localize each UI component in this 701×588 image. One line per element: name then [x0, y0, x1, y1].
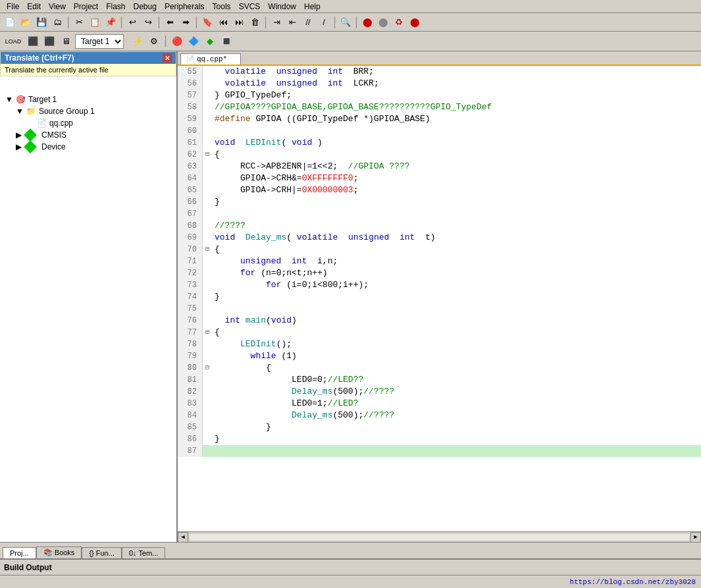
line-content-63[interactable]: RCC->APB2ENR|=1<<2; //GPIOA ???? — [212, 161, 701, 173]
bottom-tab-proj[interactable]: Proj... — [3, 547, 36, 558]
save-btn[interactable]: 💾 — [34, 15, 49, 30]
line-content-72[interactable]: for (n=0;n<t;n++) — [212, 267, 701, 279]
build-all-btn[interactable]: ⬤ — [360, 15, 375, 30]
tree-item-qqcpp[interactable]: 📄 qq.cpp — [24, 117, 174, 129]
collapse-70[interactable]: ⊟ — [203, 244, 212, 255]
clear-bookmark-btn[interactable]: 🗑 — [247, 15, 262, 30]
line-content-84[interactable]: Delay_ms(500);//???? — [212, 410, 701, 421]
indent-btn[interactable]: ⇥ — [269, 15, 284, 30]
t2-btn[interactable]: ⬛ — [42, 34, 57, 49]
save-all-btn[interactable]: 🗂 — [50, 15, 65, 30]
line-content-75[interactable] — [212, 303, 701, 315]
prev-bookmark-btn[interactable]: ⏮ — [216, 15, 230, 30]
line-content-65[interactable]: GPIOA->CRH|=0X00000003; — [212, 184, 701, 196]
line-content-86[interactable]: } — [212, 433, 701, 445]
find-btn[interactable]: 🔍 — [338, 15, 353, 30]
forward-btn[interactable]: ➡ — [178, 15, 193, 30]
options-btn[interactable]: ⚙ — [147, 34, 161, 49]
line-content-62[interactable]: { — [212, 149, 701, 161]
bottom-tab-tem[interactable]: 0↓ Tem... — [122, 547, 165, 558]
line-content-81[interactable]: LED0=0;//LED?? — [212, 374, 701, 386]
translate-btn[interactable]: 🔷 — [186, 34, 201, 49]
menu-view[interactable]: View — [45, 1, 70, 13]
open-btn[interactable]: 📂 — [18, 15, 33, 30]
line-content-76[interactable]: int main(void) — [212, 315, 701, 327]
line-content-85[interactable]: } — [212, 421, 701, 433]
bottom-tab-books[interactable]: 📚 Books — [36, 547, 82, 558]
line-content-79[interactable]: while (1) — [212, 350, 701, 362]
line-content-83[interactable]: LED0=1;//LED? — [212, 398, 701, 410]
tree-item-cmsis[interactable]: ▶ CMSIS — [13, 129, 174, 141]
menu-help[interactable]: Help — [300, 1, 325, 13]
copy-btn[interactable]: 📋 — [88, 15, 102, 30]
line-content-87[interactable] — [212, 445, 701, 457]
menu-flash[interactable]: Flash — [102, 1, 129, 13]
collapse-77[interactable]: ⊟ — [203, 327, 212, 338]
line-content-67[interactable] — [212, 208, 701, 220]
uncomment-btn[interactable]: / — [317, 15, 331, 30]
tree-item-source-group[interactable]: ▼ 📁 Source Group 1 — [13, 105, 174, 117]
undo-btn[interactable]: ↩ — [125, 15, 140, 30]
menu-tools[interactable]: Tools — [209, 1, 235, 13]
menu-peripherals[interactable]: Peripherals — [161, 1, 209, 13]
menu-debug[interactable]: Debug — [130, 1, 161, 13]
collapse-62[interactable]: ⊟ — [203, 149, 212, 161]
unindent-btn[interactable]: ⇤ — [285, 15, 299, 30]
debug-session-btn[interactable]: 🔳 — [219, 34, 234, 49]
hscrollbar[interactable]: ◀ ▶ — [178, 531, 701, 542]
line-content-77[interactable]: { — [212, 327, 701, 338]
line-content-64[interactable]: GPIOA->CRH&=0XFFFFFFF0; — [212, 173, 701, 184]
line-content-61[interactable]: void LEDInit( void ) — [212, 137, 701, 149]
tooltip-close-btn[interactable]: ✕ — [163, 53, 172, 63]
tab-qqcpp[interactable]: 📄 qq.cpp* — [180, 53, 241, 65]
stop-btn[interactable]: ⬤ — [376, 15, 390, 30]
line-content-68[interactable]: //???? — [212, 220, 701, 232]
code-editor[interactable]: 55 volatile unsigned int BRR; 56 volatil… — [178, 66, 701, 531]
line-content-70[interactable]: { — [212, 244, 701, 255]
menu-svcs[interactable]: SVCS — [235, 1, 265, 13]
line-content-80[interactable]: { — [212, 362, 701, 374]
line-content-56[interactable]: volatile unsigned int LCKR; — [212, 78, 701, 90]
menu-file[interactable]: File — [3, 1, 23, 13]
scroll-right-btn[interactable]: ▶ — [690, 532, 701, 543]
code-line-65: 65 GPIOA->CRH|=0X00000003; — [178, 184, 701, 196]
menu-project[interactable]: Project — [70, 1, 102, 13]
menu-edit[interactable]: Edit — [23, 1, 45, 13]
target-select[interactable]: Target 1 — [75, 34, 124, 49]
line-content-55[interactable]: volatile unsigned int BRR; — [212, 66, 701, 78]
tree-item-target[interactable]: ▼ 🎯 Target 1 — [3, 94, 174, 105]
new-btn[interactable]: 📄 — [3, 15, 17, 30]
line-content-66[interactable]: } — [212, 196, 701, 208]
line-content-82[interactable]: Delay_ms(500);//???? — [212, 386, 701, 398]
t1-btn[interactable]: ⬛ — [26, 34, 40, 49]
line-content-57[interactable]: } GPIO_TypeDef; — [212, 90, 701, 101]
debug-btn[interactable]: ⬤ — [407, 15, 422, 30]
line-content-58[interactable]: //GPIOA????GPIOA_BASE,GPIOA_BASE????????… — [212, 101, 701, 113]
bookmark-btn[interactable]: 🔖 — [200, 15, 215, 30]
scroll-track[interactable] — [190, 534, 689, 541]
tree-item-device[interactable]: ▶ Device — [13, 141, 174, 153]
run-btn[interactable]: ♻ — [392, 15, 406, 30]
back-btn[interactable]: ⬅ — [163, 15, 177, 30]
line-content-73[interactable]: for (i=0;i<800;i++); — [212, 279, 701, 291]
green-diamond-btn[interactable]: ◆ — [203, 34, 217, 49]
t3-btn[interactable]: 🖥 — [59, 34, 73, 49]
bottom-tab-fun[interactable]: {} Fun... — [82, 547, 122, 558]
line-content-74[interactable]: } — [212, 291, 701, 303]
line-content-71[interactable]: unsigned int i,n; — [212, 255, 701, 267]
next-bookmark-btn[interactable]: ⏭ — [232, 15, 246, 30]
cut-btn[interactable]: ✂ — [72, 15, 86, 30]
line-content-69[interactable]: void Delay_ms( volatile unsigned int t) — [212, 232, 701, 244]
line-content-59[interactable]: #define GPIOA ((GPIO_TypeDef *)GPIOA_BAS… — [212, 113, 701, 125]
comment-btn[interactable]: // — [301, 15, 315, 30]
scroll-left-btn[interactable]: ◀ — [178, 532, 188, 543]
redo-btn[interactable]: ↪ — [141, 15, 155, 30]
collapse-80[interactable]: ⊟ — [203, 362, 212, 374]
line-content-60[interactable] — [212, 125, 701, 137]
line-content-78[interactable]: LEDInit(); — [212, 338, 701, 350]
magic-btn[interactable]: ⚡ — [130, 34, 145, 49]
menu-window[interactable]: Window — [264, 1, 300, 13]
load-btn[interactable]: LOAD — [3, 34, 24, 49]
build-target-btn[interactable]: 🔴 — [170, 34, 184, 49]
paste-btn[interactable]: 📌 — [103, 15, 118, 30]
